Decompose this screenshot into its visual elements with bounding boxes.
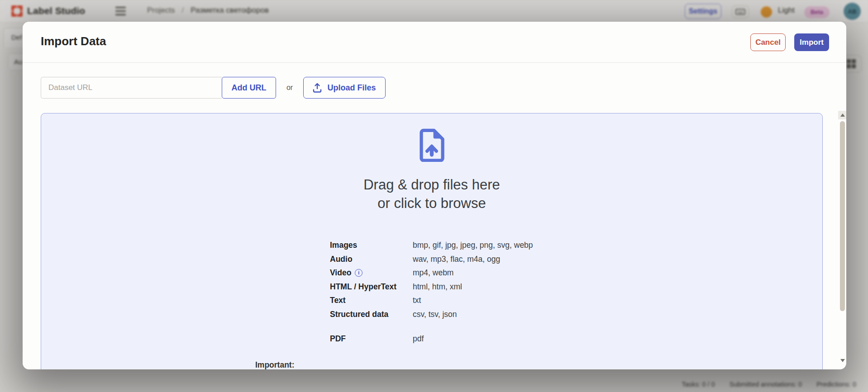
info-icon[interactable]: i — [355, 269, 362, 277]
scrollbar-up-arrow[interactable] — [838, 111, 846, 119]
dropzone-headline-line2: or click to browse — [41, 194, 822, 213]
file-upload-icon — [419, 128, 445, 162]
scrollbar-down-arrow[interactable] — [838, 356, 846, 365]
modal-scrollbar[interactable] — [838, 111, 846, 365]
file-type-row: Videoimp4, webm — [330, 266, 533, 280]
add-url-button[interactable]: Add URL — [222, 77, 276, 99]
modal-title: Import Data — [41, 34, 106, 48]
file-type-row: Structured datacsv, tsv, json — [330, 307, 533, 321]
file-type-row: PDFpdf — [330, 332, 533, 346]
file-type-row: Audiowav, mp3, flac, m4a, ogg — [330, 252, 533, 266]
file-type-row: HTML / HyperTexthtml, htm, xml — [330, 280, 533, 294]
modal-header: Import Data Cancel Import — [23, 22, 846, 63]
file-type-formats: html, htm, xml — [413, 280, 462, 294]
file-type-label: Videoi — [330, 266, 413, 280]
dropzone-headline-line1: Drag & drop files here — [41, 175, 822, 194]
upload-icon — [313, 83, 322, 93]
upload-files-button[interactable]: Upload Files — [303, 77, 386, 99]
dataset-url-input[interactable] — [41, 77, 222, 99]
file-type-formats: txt — [413, 293, 421, 307]
dropzone-headline: Drag & drop files here or click to brows… — [41, 175, 822, 213]
upload-files-label: Upload Files — [327, 83, 376, 93]
import-button[interactable]: Import — [794, 33, 829, 51]
file-type-row: Texttxt — [330, 293, 533, 307]
file-type-formats: mp4, webm — [413, 266, 453, 280]
cancel-button[interactable]: Cancel — [750, 33, 786, 51]
screen: Label Studio Projects / Разметка светофо… — [0, 0, 868, 392]
file-type-formats: bmp, gif, jpg, jpeg, png, svg, webp — [413, 238, 533, 252]
file-type-label: Images — [330, 238, 413, 252]
file-type-label: HTML / HyperText — [330, 280, 413, 294]
dataset-url-row: Add URL or Upload Files — [41, 77, 386, 99]
file-type-row: Imagesbmp, gif, jpg, jpeg, png, svg, web… — [330, 238, 533, 252]
file-type-label: Text — [330, 293, 413, 307]
scrollbar-thumb[interactable] — [840, 121, 845, 311]
drag-drop-zone[interactable]: Drag & drop files here or click to brows… — [41, 113, 823, 369]
file-type-formats: pdf — [413, 332, 424, 346]
file-type-formats: wav, mp3, flac, m4a, ogg — [413, 252, 500, 266]
file-type-label: PDF — [330, 332, 413, 346]
import-data-modal: Import Data Cancel Import Add URL or Upl… — [23, 22, 846, 369]
important-note-label: Important: — [255, 360, 295, 369]
file-type-label: Structured data — [330, 307, 413, 321]
or-label: or — [276, 84, 303, 92]
file-type-formats: csv, tsv, json — [413, 307, 457, 321]
supported-file-types-table: Imagesbmp, gif, jpg, jpeg, png, svg, web… — [330, 238, 533, 346]
file-type-label: Audio — [330, 252, 413, 266]
